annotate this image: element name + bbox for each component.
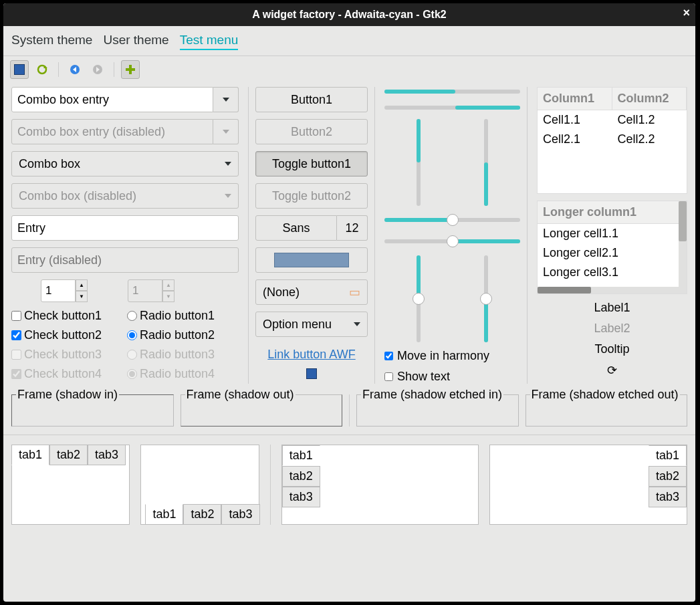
tab-1[interactable]: tab1 — [282, 445, 320, 466]
notebook-top: tab1 tab2 tab3 — [11, 445, 130, 525]
button-1[interactable]: Button1 — [255, 87, 368, 112]
table-row[interactable]: Longer cell2.1 — [538, 243, 687, 263]
titlebar[interactable]: A widget factory - Adwaita-cyan - Gtk2 × — [3, 3, 695, 26]
combo-box-disabled: Combo box (disabled) — [11, 183, 239, 209]
column-header-1[interactable]: Column1 — [538, 88, 612, 110]
radio-button-1[interactable]: Radio button1 — [127, 309, 239, 323]
tab-3[interactable]: tab3 — [649, 487, 687, 507]
entry-input-disabled — [11, 247, 239, 273]
table-1[interactable]: Column1 Column2 Cell1.1Cell1.2 Cell2.1Ce… — [537, 87, 687, 194]
vertical-scale-2[interactable] — [484, 255, 488, 342]
spin-button-1[interactable]: ▲▼ — [41, 279, 88, 302]
check-button-2[interactable]: Check button2 — [11, 328, 123, 342]
tab-2[interactable]: tab2 — [183, 504, 221, 525]
menu-test[interactable]: Test menu — [180, 31, 239, 50]
add-icon[interactable] — [121, 60, 140, 79]
menu-user-theme[interactable]: User theme — [103, 31, 168, 50]
vertical-scrollbar[interactable] — [679, 201, 687, 293]
slider-thumb[interactable] — [413, 293, 425, 305]
column-header-longer[interactable]: Longer column1 — [538, 201, 687, 223]
check-button-1[interactable]: Check button1 — [11, 309, 123, 323]
spinner-icon: ⟳ — [537, 363, 687, 378]
vertical-progress-1 — [417, 119, 421, 206]
slider-thumb[interactable] — [447, 214, 459, 226]
toolbar-separator — [58, 62, 59, 77]
horizontal-scale-2[interactable] — [384, 239, 520, 243]
separator — [349, 394, 350, 427]
combo-box-entry[interactable] — [11, 87, 239, 112]
tab-2[interactable]: tab2 — [282, 466, 320, 487]
gtk-icon — [14, 64, 25, 75]
scrollbar-thumb[interactable] — [538, 287, 591, 293]
entry-input[interactable] — [11, 215, 239, 241]
chevron-down-icon — [225, 194, 231, 198]
spin-input-1[interactable] — [41, 279, 76, 302]
slider-thumb[interactable] — [447, 235, 459, 247]
back-icon[interactable] — [66, 60, 84, 79]
font-button[interactable]: Sans 12 — [255, 215, 368, 241]
button-2-disabled: Button2 — [255, 119, 368, 144]
notebook-content — [490, 445, 570, 524]
chevron-down-icon — [223, 98, 229, 102]
color-button[interactable] — [255, 247, 368, 273]
tab-1[interactable]: tab1 — [649, 445, 687, 466]
horizontal-scale-1[interactable] — [384, 218, 520, 222]
tab-2[interactable]: tab2 — [649, 466, 687, 487]
check-button-3-disabled: Check button3 — [11, 348, 123, 362]
combo-box[interactable]: Combo box — [11, 151, 239, 176]
combo-entry-dropdown[interactable] — [213, 87, 239, 112]
toolbar-btn-1[interactable] — [10, 60, 29, 79]
combo-entry-input[interactable] — [11, 87, 213, 112]
table-header: Column1 Column2 — [538, 88, 687, 110]
column-sliders: Move in harmony Show text — [384, 87, 528, 384]
vertical-progress-2 — [484, 119, 488, 206]
link-button[interactable]: Link button AWF — [255, 348, 368, 362]
spin-up-icon[interactable]: ▲ — [76, 279, 88, 291]
table-row[interactable]: Longer cell1.1 — [538, 224, 687, 243]
toggle-button-1[interactable]: Toggle button1 — [255, 151, 368, 176]
table-header: Longer column1 — [538, 201, 687, 224]
refresh-icon[interactable] — [33, 60, 51, 79]
combo-box-label-disabled: Combo box (disabled) — [19, 189, 136, 203]
notebook-right: tab1 tab2 tab3 — [489, 445, 687, 525]
table-row[interactable]: Longer cell3.1 — [538, 263, 687, 282]
check-show-text[interactable]: Show text — [384, 370, 520, 384]
tab-1[interactable]: tab1 — [145, 504, 183, 525]
file-label: (None) — [263, 285, 300, 299]
vertical-scale-1[interactable] — [417, 255, 421, 342]
font-name[interactable]: Sans — [255, 215, 337, 241]
table-row[interactable]: Cell2.1Cell2.2 — [538, 130, 687, 149]
slider-thumb[interactable] — [480, 293, 492, 305]
horizontal-scrollbar[interactable] — [538, 287, 679, 293]
check-move-harmony[interactable]: Move in harmony — [384, 349, 520, 363]
table-row[interactable]: Cell1.1Cell1.2 — [538, 110, 687, 130]
frame-etched-out: Frame (shadow etched out) — [526, 394, 688, 427]
window-title: A widget factory - Adwaita-cyan - Gtk2 — [252, 9, 446, 21]
tab-1[interactable]: tab1 — [11, 445, 49, 465]
scrollbar-thumb[interactable] — [679, 201, 687, 241]
chevron-down-icon — [354, 322, 360, 326]
option-menu[interactable]: Option menu — [255, 312, 368, 337]
frame-shadow-out: Frame (shadow out) — [181, 394, 343, 427]
column-header-2[interactable]: Column2 — [612, 88, 687, 110]
chevron-down-icon — [225, 162, 231, 166]
menu-system-theme[interactable]: System theme — [11, 31, 92, 50]
file-chooser-button[interactable]: (None) ▭ — [255, 279, 368, 305]
spin-button-2-disabled: ▲▼ — [128, 279, 174, 302]
combo-box-entry-disabled — [11, 119, 239, 144]
radio-button-2[interactable]: Radio button2 — [127, 328, 239, 342]
tab-3[interactable]: tab3 — [282, 487, 320, 507]
spin-down-icon[interactable]: ▼ — [76, 291, 88, 302]
close-icon[interactable]: × — [683, 6, 690, 20]
toggle-button-2-disabled: Toggle button2 — [255, 183, 368, 209]
tab-3[interactable]: tab3 — [88, 445, 126, 465]
tab-3[interactable]: tab3 — [221, 504, 259, 525]
menubar: System theme User theme Test menu — [3, 26, 695, 56]
table-2[interactable]: Longer column1 Longer cell1.1 Longer cel… — [537, 201, 687, 294]
label-2-disabled: Label2 — [537, 322, 687, 336]
folder-icon: ▭ — [349, 285, 360, 299]
separator — [270, 445, 271, 525]
tab-2[interactable]: tab2 — [49, 445, 88, 465]
option-menu-label: Option menu — [263, 318, 332, 332]
toolbar — [3, 56, 695, 83]
